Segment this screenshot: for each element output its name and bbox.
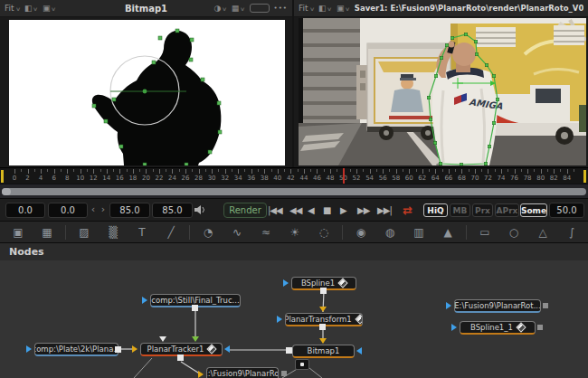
goto-end-button[interactable]: ▶▶| xyxy=(377,202,392,218)
play-reverse-button[interactable]: ◀ xyxy=(308,202,314,218)
comp-end-field[interactable]: 85.0 xyxy=(152,203,193,218)
output-port[interactable] xyxy=(319,324,326,330)
nodes-panel-header[interactable]: Nodes xyxy=(0,242,588,261)
loader-icon[interactable]: ▣ xyxy=(8,225,28,240)
input-port[interactable] xyxy=(286,347,292,354)
output-port[interactable] xyxy=(281,371,287,376)
spline-control-point[interactable] xyxy=(189,58,193,61)
spline-control-point[interactable] xyxy=(450,36,454,40)
frame-slider-thumb[interactable] xyxy=(2,188,11,195)
ellipse-mask-icon[interactable]: ○ xyxy=(504,225,524,240)
spline-control-point[interactable] xyxy=(484,162,488,165)
spline-control-point[interactable] xyxy=(474,40,478,43)
polygon-mask-icon[interactable]: △ xyxy=(533,225,553,240)
input-arrow[interactable] xyxy=(451,324,457,331)
input-arrow[interactable] xyxy=(277,316,282,323)
aux-input-arrow[interactable] xyxy=(159,336,166,342)
roi-button[interactable] xyxy=(250,4,270,13)
subview-b-dropdown[interactable]: ▣ ∨ xyxy=(337,4,350,13)
input-arrow[interactable] xyxy=(446,302,451,309)
render-end-field[interactable]: 85.0 xyxy=(109,203,150,218)
goto-start-button[interactable]: |◀◀ xyxy=(268,202,282,218)
prx-toggle[interactable]: Prx xyxy=(472,203,493,217)
bspline-mask-icon[interactable]: ∫ xyxy=(562,225,582,240)
node-bottom-saver[interactable]: E:\Fusion9\PlanarRot xyxy=(206,367,279,378)
input-arrow[interactable] xyxy=(198,371,204,378)
fit-dropdown[interactable]: Fit ∨ xyxy=(299,4,314,13)
spline-control-point[interactable] xyxy=(119,145,123,148)
node-graph[interactable]: comp:\Still\Final_Truc... BSpline1 Plana… xyxy=(0,260,588,378)
output-port[interactable] xyxy=(192,305,198,311)
spline-control-point[interactable] xyxy=(439,162,442,165)
fast-noise-icon[interactable]: ▒ xyxy=(103,225,123,240)
output-port[interactable] xyxy=(537,325,543,330)
spline-control-point[interactable] xyxy=(92,104,96,108)
fast-rewind-button[interactable]: ◀◀ xyxy=(289,202,301,218)
render-start-field[interactable]: 0.0 xyxy=(48,203,88,218)
paint-icon[interactable]: ╱ xyxy=(161,225,181,240)
input-arrow[interactable] xyxy=(142,297,147,304)
spline-control-point[interactable] xyxy=(433,141,437,145)
matte-control-icon[interactable]: ▲ xyxy=(438,225,458,240)
mask-viewport[interactable] xyxy=(9,20,285,165)
spline-control-point[interactable] xyxy=(143,163,147,165)
spline-control-point[interactable] xyxy=(185,163,188,165)
spline-control-point[interactable] xyxy=(190,38,194,42)
spline-control-point[interactable] xyxy=(152,61,156,64)
some-toggle[interactable]: Some xyxy=(520,203,547,217)
controls-toggle-icon[interactable] xyxy=(207,344,217,354)
aprx-toggle[interactable]: APrx xyxy=(495,203,519,217)
color-controls-dropdown[interactable]: ◑ ∨ xyxy=(213,4,226,13)
output-port[interactable] xyxy=(320,288,327,294)
checker-dropdown[interactable]: ▦ ∨ xyxy=(232,4,245,13)
background-icon[interactable]: ▨ xyxy=(74,225,94,240)
play-button[interactable]: ▶ xyxy=(340,202,346,218)
node-render-loader[interactable]: E:\Fusion9\PlanarRot... xyxy=(454,299,541,313)
spline-control-point[interactable] xyxy=(217,101,221,105)
spline-control-point[interactable] xyxy=(427,96,431,99)
controls-toggle-icon[interactable] xyxy=(337,278,347,288)
color-corrector-icon[interactable]: ◔ xyxy=(198,225,218,240)
spline-control-point[interactable] xyxy=(208,150,212,154)
spline-control-point[interactable] xyxy=(429,118,432,121)
fit-dropdown[interactable]: Fit ∨ xyxy=(5,4,20,13)
spline-control-point[interactable] xyxy=(475,52,479,56)
controls-toggle-icon[interactable] xyxy=(355,314,363,324)
hue-curves-icon[interactable]: ≈ xyxy=(256,225,276,240)
spline-control-point[interactable] xyxy=(464,33,468,36)
controls-toggle-icon[interactable] xyxy=(516,322,526,332)
saver-icon[interactable]: ▦ xyxy=(37,225,57,240)
input-arrow[interactable] xyxy=(26,345,32,353)
spline-control-point[interactable] xyxy=(104,119,108,123)
fast-forward-button[interactable]: ▶▶ xyxy=(357,202,369,218)
node-bitmap1[interactable]: Bitmap1 xyxy=(292,345,355,358)
current-frame-field[interactable]: 50.0 xyxy=(549,203,584,218)
blur-icon[interactable]: ◌ xyxy=(314,225,334,240)
spline-control-point[interactable] xyxy=(485,63,488,67)
viewer-menu-button[interactable]: ••• xyxy=(274,5,288,12)
spline-control-point[interactable] xyxy=(201,78,204,81)
spline-control-point[interactable] xyxy=(460,163,463,165)
view-arrow[interactable] xyxy=(356,347,362,354)
range-marker[interactable] xyxy=(1,170,4,183)
mb-toggle[interactable]: MB xyxy=(450,203,470,217)
merge-icon[interactable]: ◉ xyxy=(351,225,371,240)
node-plate-loader[interactable]: comp:\Plate\2k\Plana... xyxy=(34,343,119,356)
step-back-button[interactable]: ‹ xyxy=(89,203,98,216)
mask-input-arrow[interactable] xyxy=(319,307,327,312)
audio-mute-icon[interactable] xyxy=(194,204,206,215)
brightness-contrast-icon[interactable]: ☀ xyxy=(285,225,305,240)
input-arrow[interactable] xyxy=(283,279,289,287)
time-ruler[interactable]: 0246810121416182022242628303234363840424… xyxy=(0,167,588,184)
subview-b-dropdown[interactable]: ▣ ∨ xyxy=(43,4,56,13)
mask-input-arrow[interactable] xyxy=(319,338,327,344)
spline-control-point[interactable] xyxy=(492,74,496,78)
spline-control-point[interactable] xyxy=(112,98,116,101)
spline-control-point[interactable] xyxy=(445,43,449,47)
render-button[interactable]: Render xyxy=(223,203,267,218)
hiq-toggle[interactable]: HiQ xyxy=(423,203,448,217)
image-input-arrow[interactable] xyxy=(132,345,138,353)
range-marker[interactable] xyxy=(583,170,586,183)
output-port[interactable] xyxy=(115,346,121,353)
view-arrow[interactable] xyxy=(224,345,230,353)
